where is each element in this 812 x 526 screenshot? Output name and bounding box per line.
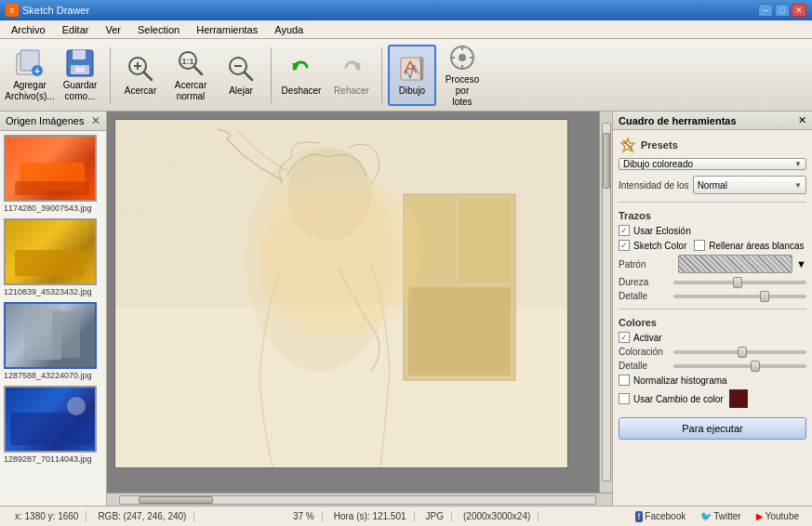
trazos-checkboxes-row2: ✓ Sketch Color Rellenar áreas blancas bbox=[619, 240, 806, 251]
presets-label: Presets bbox=[641, 139, 678, 151]
coloracion-label: Coloración bbox=[619, 347, 670, 357]
menu-archivo[interactable]: Archivo bbox=[4, 22, 53, 37]
menu-selection[interactable]: Selection bbox=[130, 22, 187, 37]
sketch-color-checkbox[interactable]: ✓ Sketch Color bbox=[619, 240, 686, 251]
coloracion-slider[interactable] bbox=[673, 350, 806, 354]
colores-label: Colores bbox=[619, 317, 806, 328]
dibujo-icon bbox=[397, 54, 427, 84]
close-button[interactable]: ✕ bbox=[792, 4, 806, 17]
right-panel-close[interactable]: ✕ bbox=[798, 114, 806, 126]
acercar-button[interactable]: Acercar bbox=[116, 45, 165, 106]
deshacer-button[interactable]: Deshacer bbox=[277, 45, 326, 106]
menu-ayuda[interactable]: Ayuda bbox=[267, 22, 311, 37]
svg-rect-45 bbox=[260, 194, 418, 334]
rellenar-checkbox[interactable]: Rellenar áreas blancas bbox=[694, 240, 804, 251]
color-swatch[interactable] bbox=[729, 389, 748, 408]
colores-detalle-slider[interactable] bbox=[673, 364, 806, 368]
acercar-normal-label: Acercar normal bbox=[175, 80, 206, 102]
patron-preview bbox=[678, 255, 792, 273]
separator-3 bbox=[381, 47, 382, 103]
svg-text:1:1: 1:1 bbox=[181, 57, 193, 66]
minimize-button[interactable]: ─ bbox=[758, 4, 773, 17]
svg-text:+: + bbox=[34, 66, 40, 76]
youtube-link[interactable]: ▶ Youtube bbox=[751, 511, 805, 521]
h-scrollbar[interactable] bbox=[107, 493, 612, 506]
presets-row: Presets bbox=[619, 136, 806, 154]
v-scroll-thumb[interactable] bbox=[603, 133, 610, 189]
canvas-art bbox=[115, 120, 568, 468]
normalizar-check[interactable] bbox=[619, 375, 630, 386]
dibujo-label: Dibujo bbox=[399, 85, 425, 97]
youtube-icon: ▶ bbox=[756, 511, 764, 521]
thumbnail-item[interactable]: 1210839_45323432.jpg bbox=[4, 218, 102, 296]
intensidad-dropdown[interactable]: Normal ▼ bbox=[693, 176, 806, 194]
guardar-button[interactable]: Guardar como... bbox=[56, 45, 104, 106]
proceso-icon bbox=[447, 43, 477, 72]
rehacer-button[interactable]: Rehacer bbox=[327, 45, 376, 106]
trazos-detalle-slider[interactable] bbox=[673, 295, 806, 298]
alejar-button[interactable]: Alejar bbox=[217, 45, 265, 106]
normalizar-checkbox[interactable]: Normalizar histograma bbox=[619, 375, 806, 386]
colores-detalle-thumb[interactable] bbox=[751, 361, 760, 372]
thumbnail-item[interactable]: 1289287_70114043.jpg bbox=[4, 386, 102, 464]
svg-rect-38 bbox=[459, 199, 511, 283]
patron-label: Patrón bbox=[619, 259, 674, 270]
usar-cambio-check[interactable] bbox=[619, 393, 630, 404]
canvas-container bbox=[107, 112, 612, 506]
trazos-detalle-thumb[interactable] bbox=[760, 291, 769, 302]
menu-herramientas[interactable]: Herramientas bbox=[189, 22, 265, 37]
thumbnail-item[interactable]: 1174280_39007543.jpg bbox=[4, 135, 102, 213]
dureza-slider[interactable] bbox=[673, 281, 806, 284]
acercar-normal-button[interactable]: 1:1 Acercar normal bbox=[166, 45, 215, 106]
trazos-detalle-row: Detalle bbox=[619, 291, 806, 301]
thumbnail-item[interactable]: 1287588_43224070.jpg bbox=[4, 302, 102, 380]
rellenar-check[interactable] bbox=[694, 240, 705, 251]
presets-section: Presets Dibujo coloreado ▼ bbox=[619, 136, 806, 170]
activar-check[interactable]: ✓ bbox=[619, 332, 630, 343]
facebook-link[interactable]: f Facebook bbox=[630, 511, 691, 522]
thumbnail-label: 1287588_43224070.jpg bbox=[4, 371, 102, 380]
v-scrollbar[interactable] bbox=[599, 112, 612, 493]
twitter-link[interactable]: 🐦 Twitter bbox=[695, 511, 746, 521]
usar-eclosion-check[interactable]: ✓ bbox=[619, 225, 630, 236]
hora-status: Hora (s): 121.501 bbox=[326, 511, 415, 521]
alejar-icon bbox=[226, 54, 256, 84]
h-scroll-track[interactable] bbox=[119, 495, 596, 505]
presets-dropdown[interactable]: Dibujo coloreado ▼ bbox=[619, 158, 806, 170]
menu-editar[interactable]: Editar bbox=[55, 22, 97, 37]
canvas-inner[interactable] bbox=[107, 112, 599, 493]
dibujo-button[interactable]: Dibujo bbox=[388, 45, 436, 106]
usar-eclosion-checkbox[interactable]: ✓ Usar Eclosión bbox=[619, 225, 691, 236]
coloracion-thumb[interactable] bbox=[738, 347, 747, 358]
agregar-icon: + bbox=[15, 48, 45, 78]
v-scroll-track[interactable] bbox=[602, 123, 611, 481]
chevron-down-icon: ▼ bbox=[794, 160, 802, 168]
patron-dropdown-arrow[interactable]: ▼ bbox=[796, 258, 806, 270]
dureza-thumb[interactable] bbox=[733, 277, 742, 288]
menu-ver[interactable]: Ver bbox=[98, 22, 128, 37]
thumbnail-image bbox=[4, 218, 97, 285]
h-scroll-thumb[interactable] bbox=[139, 496, 213, 504]
left-panel: Origen Imágenes ✕ 1174280_39007543.jpg bbox=[0, 112, 107, 506]
left-panel-close[interactable]: ✕ bbox=[91, 114, 100, 127]
right-panel: Cuadro de herramientas ✕ Presets Dibujo … bbox=[612, 112, 812, 506]
colores-detalle-label: Detalle bbox=[619, 361, 670, 371]
activar-checkbox[interactable]: ✓ Activar bbox=[619, 332, 806, 343]
thumbnails-list: 1174280_39007543.jpg 1210839_45323432.jp… bbox=[0, 131, 106, 506]
coords-status: x: 1380 y: 1660 bbox=[7, 511, 87, 521]
sketch-color-check[interactable]: ✓ bbox=[619, 240, 630, 251]
svg-rect-39 bbox=[408, 287, 511, 375]
intensidad-row: Intensidad de los Normal ▼ bbox=[619, 176, 806, 194]
trazos-checkboxes-row: ✓ Usar Eclosión bbox=[619, 225, 806, 236]
usar-cambio-checkbox[interactable]: Usar Cambio de color bbox=[619, 393, 724, 404]
acercar-icon bbox=[126, 54, 155, 84]
facebook-icon: f bbox=[635, 511, 644, 522]
proceso-button[interactable]: Proceso por lotes bbox=[438, 45, 486, 106]
execute-button[interactable]: Para ejecutar bbox=[619, 417, 806, 440]
proceso-label: Proceso por lotes bbox=[446, 74, 480, 108]
maximize-button[interactable]: □ bbox=[775, 4, 790, 17]
rehacer-icon bbox=[337, 54, 366, 84]
rehacer-label: Rehacer bbox=[334, 85, 369, 97]
agregar-button[interactable]: + Agregar Archivo(s)... bbox=[6, 45, 54, 106]
separator-2 bbox=[619, 309, 806, 309]
